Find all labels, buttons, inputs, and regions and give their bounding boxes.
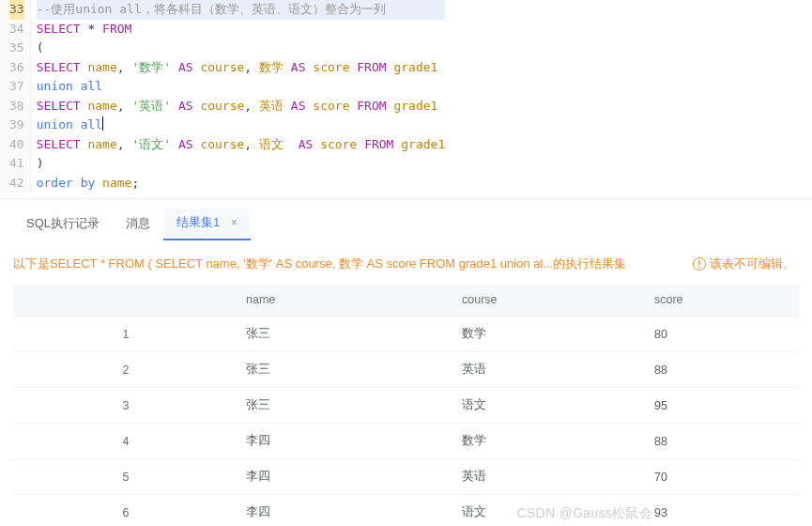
code-line[interactable]: union all — [37, 77, 446, 97]
results-panel: name course score 1张三数学802张三英语883张三语文954… — [0, 284, 812, 526]
results-table[interactable]: name course score 1张三数学802张三英语883张三语文954… — [13, 284, 799, 526]
line-number: 38 — [9, 97, 24, 116]
cell-name: 李四 — [238, 459, 454, 495]
row-index: 2 — [13, 352, 238, 388]
executed-sql-summary: 以下是SELECT * FROM ( SELECT name, '数学' AS … — [13, 255, 626, 272]
cell-name: 李四 — [238, 495, 454, 527]
table-row[interactable]: 1张三数学80 — [13, 317, 799, 352]
row-index: 3 — [13, 388, 238, 424]
cell-score: 88 — [647, 352, 799, 388]
line-number: 36 — [9, 58, 24, 78]
table-header-row: name course score — [13, 284, 799, 317]
line-number: 33 — [9, 0, 24, 20]
code-line[interactable]: SELECT name, '语文' AS course, 语文 AS score… — [37, 135, 446, 155]
text-cursor — [102, 116, 103, 131]
warning-text: 该表不可编辑。 — [710, 255, 795, 272]
cell-name: 张三 — [238, 317, 454, 352]
col-index[interactable] — [13, 284, 238, 317]
table-row[interactable]: 6李四语文93 — [13, 495, 799, 527]
col-score[interactable]: score — [647, 284, 799, 317]
cell-name: 李四 — [238, 424, 454, 459]
cell-course: 英语 — [454, 459, 647, 495]
line-number: 41 — [9, 154, 24, 174]
line-number: 42 — [9, 174, 24, 193]
cell-score: 93 — [647, 495, 799, 527]
sql-editor[interactable]: 33343536373839404142 --使用union all，将各科目（… — [0, 0, 812, 193]
cell-score: 70 — [647, 459, 799, 495]
col-name[interactable]: name — [238, 284, 454, 317]
tab-messages[interactable]: 消息 — [113, 209, 163, 240]
table-row[interactable]: 3张三语文95 — [13, 388, 799, 424]
code-line[interactable]: order by name; — [37, 174, 446, 193]
code-area[interactable]: --使用union all，将各科目（数学、英语、语文）整合为一列SELECT … — [31, 0, 446, 193]
code-line[interactable]: SELECT * FROM — [37, 20, 446, 39]
col-course[interactable]: course — [454, 284, 647, 317]
warning-icon: ! — [693, 257, 706, 271]
line-number-gutter: 33343536373839404142 — [0, 0, 31, 193]
code-line[interactable]: SELECT name, '数学' AS course, 数学 AS score… — [37, 58, 446, 78]
code-line[interactable]: --使用union all，将各科目（数学、英语、语文）整合为一列 — [37, 0, 446, 20]
line-number: 34 — [9, 20, 24, 39]
line-number: 40 — [9, 135, 24, 155]
cell-score: 88 — [647, 424, 799, 459]
cell-score: 80 — [647, 317, 799, 352]
code-line[interactable]: union all — [37, 116, 446, 135]
cell-name: 张三 — [238, 388, 454, 424]
table-row[interactable]: 4李四数学88 — [13, 424, 799, 459]
table-row[interactable]: 2张三英语88 — [13, 352, 799, 388]
tab-resultset-1[interactable]: 结果集1 × — [163, 209, 251, 240]
result-tabs: SQL执行记录 消息 结果集1 × — [0, 198, 812, 240]
line-number: 39 — [9, 116, 24, 135]
watermark: CSDN @Gauss松鼠会 — [517, 505, 652, 522]
cell-score: 95 — [647, 388, 799, 424]
code-line[interactable]: SELECT name, '英语' AS course, 英语 AS score… — [37, 97, 446, 116]
cell-course: 数学 — [454, 317, 647, 352]
result-banner: 以下是SELECT * FROM ( SELECT name, '数学' AS … — [0, 246, 812, 284]
cell-name: 张三 — [238, 352, 454, 388]
table-row[interactable]: 5李四英语70 — [13, 459, 799, 495]
line-number: 35 — [9, 39, 24, 58]
cell-course: 数学 — [454, 424, 647, 459]
cell-course: 语文 — [454, 388, 647, 424]
cell-course: 英语 — [454, 352, 647, 388]
code-line[interactable]: ) — [37, 154, 446, 174]
line-number: 37 — [9, 77, 24, 97]
row-index: 6 — [13, 495, 238, 527]
tab-sql-history[interactable]: SQL执行记录 — [13, 209, 113, 240]
tab-label: 结果集1 — [176, 215, 220, 229]
readonly-warning: ! 该表不可编辑。 — [693, 255, 795, 272]
row-index: 4 — [13, 424, 238, 459]
code-line[interactable]: ( — [37, 39, 446, 58]
close-icon[interactable]: × — [231, 216, 237, 229]
row-index: 1 — [13, 317, 238, 352]
row-index: 5 — [13, 459, 238, 495]
